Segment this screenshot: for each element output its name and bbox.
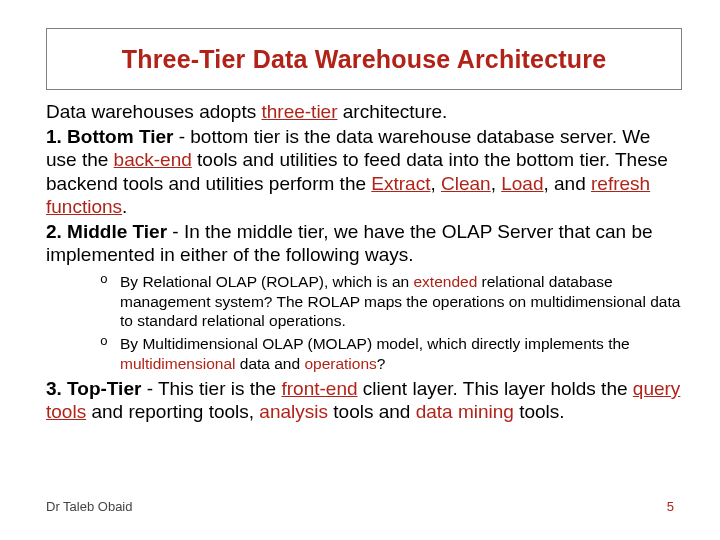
title-box: Three-Tier Data Warehouse Architecture xyxy=(46,28,682,90)
slide: Three-Tier Data Warehouse Architecture D… xyxy=(0,0,720,540)
tier2-bullets: By Relational OLAP (ROLAP), which is an … xyxy=(46,272,682,373)
page-number: 5 xyxy=(667,499,674,514)
tier1-label: 1. Bottom Tier xyxy=(46,126,173,147)
tier3-label: 3. Top-Tier xyxy=(46,378,141,399)
slide-title: Three-Tier Data Warehouse Architecture xyxy=(122,45,607,74)
bullet-rolap: By Relational OLAP (ROLAP), which is an … xyxy=(100,272,682,330)
body-text: Data warehouses adopts three-tier archit… xyxy=(46,100,682,425)
tier1-para: 1. Bottom Tier - bottom tier is the data… xyxy=(46,125,682,218)
three-tier-link: three-tier xyxy=(261,101,337,122)
tier2-para: 2. Middle Tier - In the middle tier, we … xyxy=(46,220,682,266)
footer-author: Dr Taleb Obaid xyxy=(46,499,132,514)
tier3-para: 3. Top-Tier - This tier is the front-end… xyxy=(46,377,682,423)
intro-line: Data warehouses adopts three-tier archit… xyxy=(46,100,682,123)
tier2-label: 2. Middle Tier xyxy=(46,221,167,242)
bullet-molap: By Multidimensional OLAP (MOLAP) model, … xyxy=(100,334,682,373)
